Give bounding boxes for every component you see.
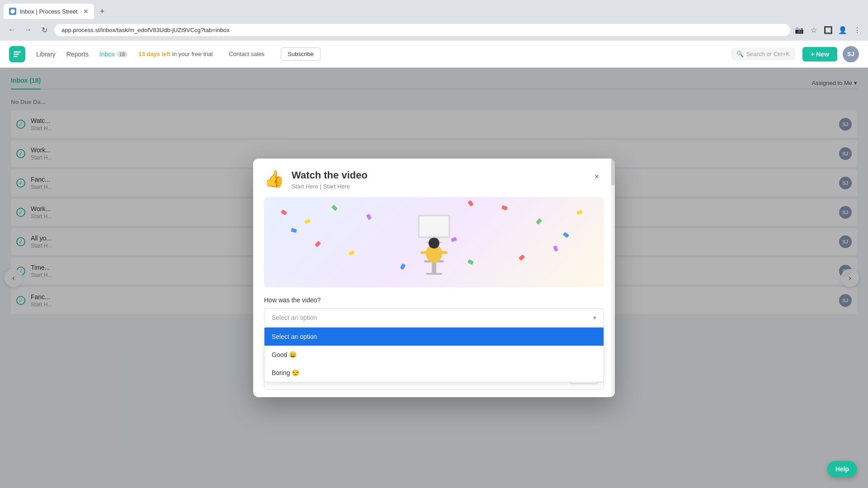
subscribe-button[interactable]: Subscribe xyxy=(281,47,321,61)
address-text: app.process.st/inbox/task/m_edofV83Udb-j… xyxy=(61,27,230,33)
tab-title: Inbox | Process Street xyxy=(20,8,80,15)
modal-overlay: 👍 Watch the video Start Here | Start Her… xyxy=(0,68,868,488)
modal-subtitle: Start Here | Start Here xyxy=(292,183,582,190)
contact-sales-link[interactable]: Contact sales xyxy=(229,51,264,57)
dropdown-menu: Select an option Good 😄 Boring 😒 xyxy=(264,327,604,382)
svg-point-9 xyxy=(429,238,439,249)
modal-scrollbar-thumb xyxy=(611,159,615,186)
svg-rect-7 xyxy=(426,273,442,275)
menu-icon[interactable]: ⋮ xyxy=(852,24,863,35)
nav-library[interactable]: Library xyxy=(36,51,56,58)
browser-actions: 📷 ☆ 🔲 👤 ⋮ xyxy=(794,24,863,35)
svg-rect-11 xyxy=(434,251,448,254)
profile-icon[interactable]: 👤 xyxy=(837,24,848,35)
option-label: Good 😄 xyxy=(272,351,297,358)
app-nav: Library Reports Inbox 18 13 days left in… xyxy=(36,47,724,61)
option-label: Select an option xyxy=(272,333,317,340)
modal-title-area: Watch the video Start Here | Start Here xyxy=(292,169,582,190)
modal-close-button[interactable]: × xyxy=(590,169,604,184)
camera-icon[interactable]: 📷 xyxy=(794,24,805,35)
forward-button[interactable]: → xyxy=(22,23,34,36)
nav-reports[interactable]: Reports xyxy=(66,51,89,58)
star-icon[interactable]: ☆ xyxy=(808,24,819,35)
dropdown-option-select[interactable]: Select an option xyxy=(264,328,604,346)
question-label: How was the video? xyxy=(264,296,604,304)
option-label: Boring 😒 xyxy=(272,369,299,376)
select-box[interactable]: Select an option ▾ xyxy=(264,308,604,327)
nav-inbox[interactable]: Inbox 18 xyxy=(99,51,128,58)
form-section: How was the video? Select an option ▾ Se… xyxy=(253,287,615,334)
new-tab-button[interactable]: + xyxy=(96,5,108,18)
svg-point-0 xyxy=(10,9,15,14)
dropdown-option-good[interactable]: Good 😄 xyxy=(264,346,604,364)
search-bar[interactable]: 🔍 Search or Ctrl+K xyxy=(731,48,795,60)
new-button[interactable]: + New xyxy=(802,47,837,61)
help-button[interactable]: Help xyxy=(827,461,857,477)
search-placeholder-text: Search or Ctrl+K xyxy=(746,51,790,57)
reload-button[interactable]: ↻ xyxy=(38,23,51,36)
select-container: Select an option ▾ Select an option Good… xyxy=(264,308,604,327)
search-icon: 🔍 xyxy=(736,51,744,57)
extensions-icon[interactable]: 🔲 xyxy=(823,24,834,35)
tab-close-button[interactable]: ✕ xyxy=(83,8,89,15)
back-button[interactable]: ← xyxy=(5,23,18,36)
video-area xyxy=(264,197,604,287)
tab-favicon xyxy=(9,8,16,15)
address-bar[interactable]: app.process.st/inbox/task/m_edofV83Udb-j… xyxy=(54,24,790,36)
app-logo[interactable] xyxy=(9,46,25,62)
modal: 👍 Watch the video Start Here | Start Her… xyxy=(253,159,615,397)
modal-icon: 👍 xyxy=(264,169,284,188)
main-content: Inbox (18) Assigned to Me ▾ No Due Da...… xyxy=(0,68,868,488)
modal-title: Watch the video xyxy=(292,169,582,181)
tab-bar: Inbox | Process Street ✕ + xyxy=(0,0,868,19)
dropdown-option-boring[interactable]: Boring 😒 xyxy=(264,364,604,382)
browser-controls: ← → ↻ app.process.st/inbox/task/m_edofV8… xyxy=(0,19,868,41)
trial-banner: 13 days left in your free trial xyxy=(138,51,212,57)
svg-rect-6 xyxy=(432,263,436,274)
select-placeholder: Select an option xyxy=(272,314,317,321)
browser-chrome: Inbox | Process Street ✕ + ← → ↻ app.pro… xyxy=(0,0,868,41)
chevron-down-icon: ▾ xyxy=(593,314,596,321)
active-tab[interactable]: Inbox | Process Street ✕ xyxy=(4,4,94,19)
inbox-count-badge: 18 xyxy=(117,51,127,57)
svg-rect-2 xyxy=(420,216,448,236)
modal-scrollbar[interactable] xyxy=(611,159,615,397)
svg-rect-10 xyxy=(420,251,434,254)
user-avatar[interactable]: SJ xyxy=(843,46,859,62)
modal-header: 👍 Watch the video Start Here | Start Her… xyxy=(253,159,615,197)
app-header: Library Reports Inbox 18 13 days left in… xyxy=(0,41,868,68)
